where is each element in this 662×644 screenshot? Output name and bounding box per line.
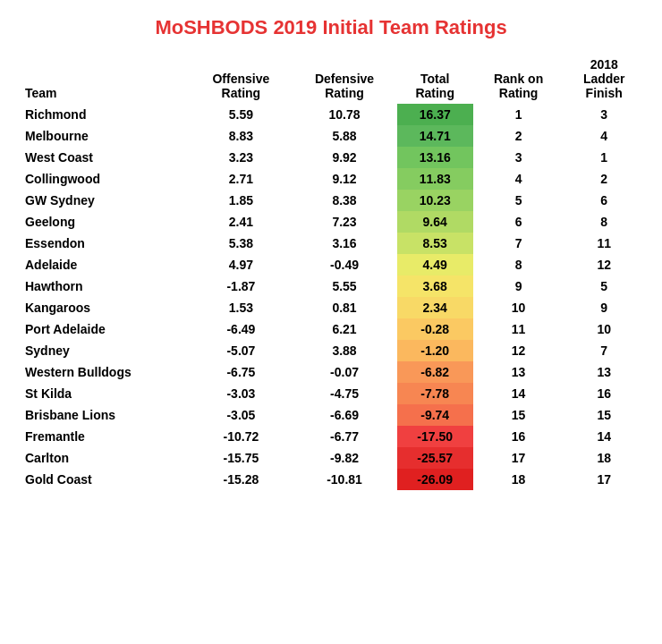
total-rating: -17.50 [397, 426, 473, 447]
total-rating: 2.34 [397, 297, 473, 318]
col-rank: Rank onRating [473, 54, 564, 104]
table-row: GW Sydney1.858.3810.2356 [18, 190, 644, 211]
defensive-rating: -0.07 [292, 361, 396, 383]
total-rating: 8.53 [397, 233, 473, 254]
table-row: Western Bulldogs-6.75-0.07-6.821313 [18, 361, 644, 383]
ladder-finish: 2 [564, 168, 644, 190]
total-rating: -7.78 [397, 383, 473, 404]
rank-rating: 4 [473, 168, 564, 190]
defensive-rating: 0.81 [292, 297, 396, 318]
table-row: St Kilda-3.03-4.75-7.781416 [18, 383, 644, 404]
rank-rating: 5 [473, 190, 564, 211]
offensive-rating: 4.97 [190, 254, 292, 275]
rank-rating: 12 [473, 340, 564, 361]
col-ladder: 2018LadderFinish [564, 54, 644, 104]
total-rating: -6.82 [397, 361, 473, 383]
rank-rating: 13 [473, 361, 564, 383]
total-rating: 10.23 [397, 190, 473, 211]
table-row: Kangaroos1.530.812.34109 [18, 297, 644, 318]
table-row: Richmond5.5910.7816.3713 [18, 104, 644, 125]
ladder-finish: 5 [564, 275, 644, 297]
defensive-rating: -0.49 [292, 254, 396, 275]
total-rating: -9.74 [397, 404, 473, 426]
page-container: MoSHBODS 2019 Initial Team Ratings Team … [0, 0, 662, 508]
team-name: Sydney [18, 340, 190, 361]
offensive-rating: -15.28 [190, 469, 292, 490]
offensive-rating: 1.85 [190, 190, 292, 211]
rank-rating: 7 [473, 233, 564, 254]
rank-rating: 1 [473, 104, 564, 125]
ladder-finish: 4 [564, 125, 644, 147]
offensive-rating: -5.07 [190, 340, 292, 361]
defensive-rating: 9.92 [292, 147, 396, 168]
table-body: Richmond5.5910.7816.3713Melbourne8.835.8… [18, 104, 644, 490]
ladder-finish: 9 [564, 297, 644, 318]
defensive-rating: -10.81 [292, 469, 396, 490]
defensive-rating: -6.69 [292, 404, 396, 426]
ratings-table: Team OffensiveRating DefensiveRating Tot… [18, 54, 644, 490]
table-row: Geelong2.417.239.6468 [18, 211, 644, 233]
team-name: Melbourne [18, 125, 190, 147]
ladder-finish: 10 [564, 318, 644, 340]
rank-rating: 16 [473, 426, 564, 447]
team-name: Port Adelaide [18, 318, 190, 340]
col-total: TotalRating [397, 54, 473, 104]
offensive-rating: -3.05 [190, 404, 292, 426]
total-rating: 14.71 [397, 125, 473, 147]
table-row: West Coast3.239.9213.1631 [18, 147, 644, 168]
total-rating: 11.83 [397, 168, 473, 190]
rank-rating: 17 [473, 447, 564, 469]
defensive-rating: -4.75 [292, 383, 396, 404]
total-rating: -0.28 [397, 318, 473, 340]
page-title: MoSHBODS 2019 Initial Team Ratings [18, 9, 644, 39]
team-name: Gold Coast [18, 469, 190, 490]
team-name: St Kilda [18, 383, 190, 404]
col-offensive: OffensiveRating [190, 54, 292, 104]
defensive-rating: 7.23 [292, 211, 396, 233]
rank-rating: 14 [473, 383, 564, 404]
total-rating: 9.64 [397, 211, 473, 233]
defensive-rating: -9.82 [292, 447, 396, 469]
team-name: Richmond [18, 104, 190, 125]
team-name: West Coast [18, 147, 190, 168]
table-row: Fremantle-10.72-6.77-17.501614 [18, 426, 644, 447]
team-name: Carlton [18, 447, 190, 469]
rank-rating: 6 [473, 211, 564, 233]
team-name: Brisbane Lions [18, 404, 190, 426]
defensive-rating: 5.55 [292, 275, 396, 297]
offensive-rating: -6.75 [190, 361, 292, 383]
defensive-rating: 6.21 [292, 318, 396, 340]
table-row: Hawthorn-1.875.553.6895 [18, 275, 644, 297]
col-defensive: DefensiveRating [292, 54, 396, 104]
rank-rating: 3 [473, 147, 564, 168]
offensive-rating: -3.03 [190, 383, 292, 404]
offensive-rating: 8.83 [190, 125, 292, 147]
ladder-finish: 14 [564, 426, 644, 447]
offensive-rating: 5.38 [190, 233, 292, 254]
offensive-rating: -6.49 [190, 318, 292, 340]
offensive-rating: 5.59 [190, 104, 292, 125]
rank-rating: 15 [473, 404, 564, 426]
defensive-rating: 5.88 [292, 125, 396, 147]
defensive-rating: 10.78 [292, 104, 396, 125]
ladder-finish: 1 [564, 147, 644, 168]
total-rating: 3.68 [397, 275, 473, 297]
table-row: Adelaide4.97-0.494.49812 [18, 254, 644, 275]
team-name: GW Sydney [18, 190, 190, 211]
defensive-rating: 3.88 [292, 340, 396, 361]
team-name: Collingwood [18, 168, 190, 190]
table-row: Essendon5.383.168.53711 [18, 233, 644, 254]
total-rating: -25.57 [397, 447, 473, 469]
ladder-finish: 15 [564, 404, 644, 426]
table-row: Port Adelaide-6.496.21-0.281110 [18, 318, 644, 340]
offensive-rating: 3.23 [190, 147, 292, 168]
offensive-rating: -1.87 [190, 275, 292, 297]
ladder-finish: 8 [564, 211, 644, 233]
total-rating: 16.37 [397, 104, 473, 125]
header-row: Team OffensiveRating DefensiveRating Tot… [18, 54, 644, 104]
rank-rating: 10 [473, 297, 564, 318]
rank-rating: 2 [473, 125, 564, 147]
total-rating: 13.16 [397, 147, 473, 168]
total-rating: -26.09 [397, 469, 473, 490]
table-row: Carlton-15.75-9.82-25.571718 [18, 447, 644, 469]
